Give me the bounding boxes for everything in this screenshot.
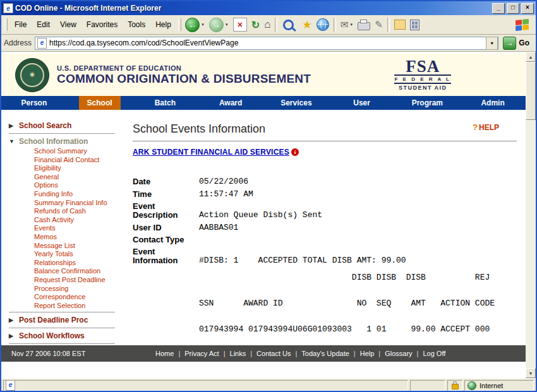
- site-footer: Nov 27 2006 10:08 EST Home | Privacy Act…: [1, 345, 526, 362]
- nav-item-batch[interactable]: Batch: [133, 96, 198, 110]
- footer-separator: |: [378, 350, 380, 357]
- search-button[interactable]: [280, 17, 299, 33]
- school-name-link[interactable]: ARK STUDENT FINANCIAL AID SERVICES: [133, 148, 289, 157]
- dept-of-education-seal: ✷: [15, 58, 49, 92]
- footer-link-todays-update[interactable]: Today's Update: [301, 350, 349, 357]
- web-page: ✷ U.S. DEPARTMENT OF EDUCATION COMMON OR…: [1, 52, 526, 378]
- address-dropdown-button[interactable]: ▼: [486, 37, 498, 50]
- sidebar-item-correspondence[interactable]: Correspondence: [9, 293, 125, 302]
- nav-item-award[interactable]: Award: [198, 96, 263, 110]
- footer-link-links[interactable]: Links: [230, 350, 246, 357]
- stop-button[interactable]: ×: [231, 16, 249, 33]
- sidebar-item-relationships[interactable]: Relationships: [9, 259, 125, 268]
- sidebar-item-school-information[interactable]: ▼ School Information: [9, 136, 125, 147]
- close-button[interactable]: ×: [521, 3, 534, 14]
- mail-button[interactable]: ✉ ▼: [339, 18, 356, 32]
- sidebar-item-school-summary[interactable]: School Summary: [9, 147, 125, 156]
- sidebar-item-financial-aid-contact[interactable]: Financial Aid Contact: [9, 156, 125, 165]
- nav-item-program[interactable]: Program: [395, 96, 461, 110]
- sidebar-item-memos[interactable]: Memos: [9, 233, 125, 242]
- footer-link-privacy-act[interactable]: Privacy Act: [184, 350, 219, 357]
- nav-item-services[interactable]: Services: [263, 96, 329, 110]
- status-spacer-panel: [410, 380, 445, 391]
- scroll-down-button[interactable]: ▼: [526, 368, 536, 378]
- stop-icon: ×: [233, 18, 247, 32]
- info-icon[interactable]: i: [291, 148, 299, 156]
- go-button[interactable]: → Go: [502, 37, 533, 50]
- menu-tools[interactable]: Tools: [123, 18, 150, 32]
- menu-file[interactable]: File: [9, 18, 32, 32]
- menu-edit[interactable]: Edit: [32, 18, 55, 32]
- sidebar-item-processing[interactable]: Processing: [9, 285, 125, 294]
- sidebar-item-general[interactable]: General: [9, 173, 125, 182]
- footer-link-home[interactable]: Home: [155, 350, 174, 357]
- sidebar-item-request-post-deadline[interactable]: Request Post Deadline: [9, 276, 125, 285]
- minimize-button[interactable]: _: [492, 3, 505, 14]
- menu-view[interactable]: View: [55, 18, 81, 32]
- menu-favorites[interactable]: Favorites: [81, 18, 123, 32]
- nav-item-user[interactable]: User: [329, 96, 395, 110]
- history-button[interactable]: [315, 17, 331, 32]
- sidebar-item-report-selection[interactable]: Report Selection: [9, 302, 125, 311]
- help-link[interactable]: ? HELP: [473, 122, 499, 132]
- footer-link-glossary[interactable]: Glossary: [385, 350, 412, 357]
- footer-link-help[interactable]: Help: [360, 350, 375, 357]
- field-event-information: Event Information #DISB: 1 ACCEPTED TOTA…: [133, 247, 517, 265]
- footer-separator: |: [224, 350, 226, 357]
- maximize-button[interactable]: □: [507, 3, 519, 14]
- sidebar-item-refunds-of-cash[interactable]: Refunds of Cash: [9, 207, 125, 216]
- toolbar-grip[interactable]: [4, 18, 8, 31]
- sidebar-item-yearly-totals[interactable]: Yearly Totals: [9, 250, 125, 259]
- scroll-up-button[interactable]: ▲: [526, 52, 536, 62]
- back-button[interactable]: ← ▼: [183, 16, 207, 33]
- sidebar-item-options[interactable]: Options: [9, 181, 125, 190]
- scrollbar-thumb[interactable]: [526, 62, 536, 120]
- nav-item-person[interactable]: Person: [1, 96, 67, 110]
- toolbar-separator: [275, 18, 277, 32]
- expanded-arrow-icon: ▼: [9, 138, 16, 145]
- toolbar-grip[interactable]: [178, 18, 181, 31]
- sidebar-item-message-list[interactable]: Message List: [9, 242, 125, 251]
- nav-item-admin[interactable]: Admin: [460, 96, 526, 110]
- help-question-icon: ?: [473, 122, 478, 132]
- menu-help[interactable]: Help: [150, 18, 176, 32]
- edit-button[interactable]: ✎: [373, 18, 385, 32]
- sidebar-item-eligibility[interactable]: Eligibility: [9, 164, 125, 173]
- address-url[interactable]: https://cod.qa.tsysecom.com/cod/SchoolEv…: [49, 39, 486, 47]
- status-message-panel: e: [3, 380, 408, 391]
- chevron-down-icon: ▼: [349, 23, 353, 27]
- lock-icon: [452, 384, 459, 389]
- address-input[interactable]: e https://cod.qa.tsysecom.com/cod/School…: [35, 37, 498, 50]
- field-value: 05/22/2006: [199, 177, 248, 186]
- field-time: Time 11:57:47 AM: [133, 189, 517, 199]
- menu-toolbar-row: File Edit View Favorites Tools Help ← ▼ …: [1, 15, 536, 35]
- sidebar-item-funding-info[interactable]: Funding Info: [9, 190, 125, 199]
- event-fields: Date 05/22/2006 Time 11:57:47 AM Event D…: [133, 177, 517, 265]
- field-event-description: Event Description Action Queue Disb(s) S…: [133, 202, 517, 220]
- favorites-button[interactable]: ★: [300, 17, 313, 33]
- sidebar-item-school-workflows[interactable]: ▶ School Workflows: [9, 330, 125, 342]
- sidebar-item-cash-activity[interactable]: Cash Activity: [9, 216, 125, 225]
- nav-item-school[interactable]: School: [67, 96, 133, 110]
- browser-viewport: ✷ U.S. DEPARTMENT OF EDUCATION COMMON OR…: [1, 52, 536, 378]
- home-button[interactable]: ⌂: [262, 17, 272, 32]
- sidebar-item-post-deadline-proc[interactable]: ▶ Post Deadline Proc: [9, 314, 125, 326]
- footer-link-log-off[interactable]: Log Off: [423, 350, 445, 357]
- refresh-button[interactable]: ↻: [250, 18, 262, 32]
- footer-link-contact-us[interactable]: Contact Us: [256, 350, 291, 357]
- sidebar-item-balance-confirmation[interactable]: Balance Confirmation: [9, 267, 125, 276]
- fsa-studentaid-text: STUDENT AID: [394, 84, 451, 91]
- edit-icon: ✎: [375, 19, 383, 30]
- collapsed-arrow-icon: ▶: [9, 122, 16, 129]
- messenger-button[interactable]: [392, 18, 407, 31]
- internet-zone-icon: [468, 381, 476, 390]
- print-button[interactable]: [356, 18, 372, 32]
- scrollbar-track[interactable]: [526, 120, 536, 368]
- forward-button[interactable]: → ▼: [207, 16, 231, 33]
- sidebar-item-events[interactable]: Events: [9, 224, 125, 233]
- sidebar-item-summary-financial-info[interactable]: Summary Financial Info: [9, 199, 125, 208]
- discuss-button[interactable]: [408, 18, 421, 32]
- sidebar-divider: [9, 312, 115, 312]
- zone-label: Internet: [480, 382, 503, 389]
- sidebar-item-school-search[interactable]: ▶ School Search: [9, 120, 125, 131]
